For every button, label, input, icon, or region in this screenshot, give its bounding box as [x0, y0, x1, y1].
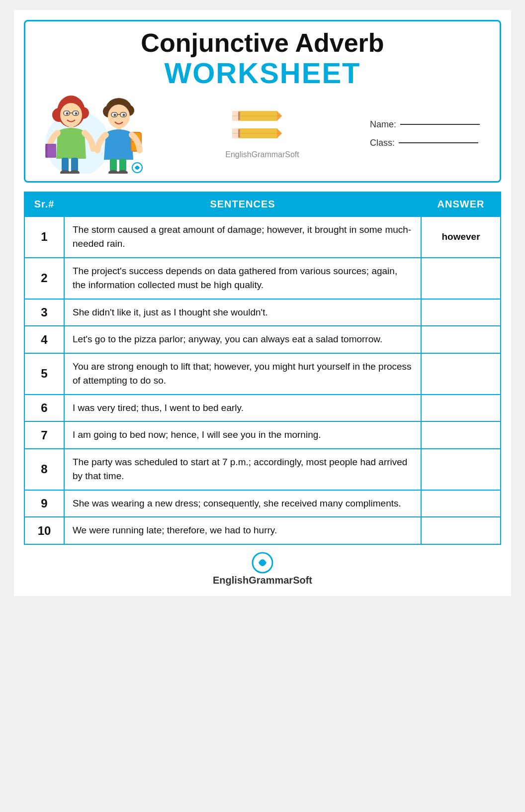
- table-row: 8The party was scheduled to start at 7 p…: [24, 449, 501, 490]
- table-row: 2The project's success depends on data g…: [24, 258, 501, 299]
- worksheet-table: Sr.# SENTENCES ANSWER 1The storm caused …: [24, 192, 501, 545]
- cell-sentence: I was very tired; thus, I went to bed ea…: [64, 395, 421, 422]
- cell-sr: 4: [24, 326, 64, 353]
- table-row: 1The storm caused a great amount of dama…: [24, 216, 501, 258]
- header-subtitle: WORKSHEET: [165, 57, 361, 89]
- class-field-line: Class:: [370, 138, 480, 148]
- cell-sr: 10: [24, 517, 64, 544]
- footer-brand: EnglishGrammarSoft: [213, 575, 312, 586]
- col-header-answer: ANSWER: [421, 192, 501, 216]
- table-row: 10We were running late; therefore, we ha…: [24, 517, 501, 544]
- name-label: Name:: [370, 119, 396, 130]
- header-center: EnglishGrammarSoft: [225, 108, 299, 159]
- header-body: EnglishGrammarSoft Name: Class:: [35, 94, 490, 174]
- cell-sentence: The project's success depends on data ga…: [64, 258, 421, 299]
- header-fields: Name: Class:: [370, 119, 490, 148]
- cell-answer: [421, 299, 501, 326]
- cell-sentence: Let's go to the pizza parlor; anyway, yo…: [64, 326, 421, 353]
- table-body: 1The storm caused a great amount of dama…: [24, 216, 501, 544]
- svg-rect-17: [71, 158, 78, 172]
- cell-sr: 2: [24, 258, 64, 299]
- pencil-container: [232, 108, 292, 141]
- cell-answer: [421, 449, 501, 490]
- svg-point-38: [118, 170, 128, 174]
- cell-sentence: The storm caused a great amount of damag…: [64, 216, 421, 258]
- cell-answer: [421, 517, 501, 544]
- svg-point-9: [75, 112, 78, 114]
- col-header-sentences: SENTENCES: [64, 192, 421, 216]
- table-row: 4Let's go to the pizza parlor; anyway, y…: [24, 326, 501, 353]
- svg-point-27: [123, 113, 125, 116]
- cell-answer: [421, 326, 501, 353]
- cell-sr: 9: [24, 490, 64, 517]
- footer: EnglishGrammarSoft: [24, 552, 501, 586]
- col-header-sr: Sr.#: [24, 192, 64, 216]
- cell-answer: [421, 421, 501, 449]
- svg-rect-35: [110, 159, 117, 172]
- cell-answer: however: [421, 216, 501, 258]
- brand-watermark: EnglishGrammarSoft: [225, 150, 299, 159]
- header-row: Sr.# SENTENCES ANSWER: [24, 192, 501, 216]
- class-underline: [399, 142, 478, 143]
- name-underline: [400, 124, 480, 125]
- svg-point-5: [60, 103, 82, 127]
- table-row: 9She was wearing a new dress; consequent…: [24, 490, 501, 517]
- cell-sr: 1: [24, 216, 64, 258]
- cell-sentence: We were running late; therefore, we had …: [64, 517, 421, 544]
- cell-sr: 8: [24, 449, 64, 490]
- svg-point-23: [108, 104, 130, 128]
- table-row: 5You are strong enough to lift that; how…: [24, 353, 501, 395]
- cell-answer: [421, 490, 501, 517]
- cell-answer: [421, 353, 501, 395]
- name-field-line: Name:: [370, 119, 480, 130]
- table-row: 3She didn't like it, just as I thought s…: [24, 299, 501, 326]
- cell-sentence: The party was scheduled to start at 7 p.…: [64, 449, 421, 490]
- cell-answer: [421, 258, 501, 299]
- cell-sentence: You are strong enough to lift that; howe…: [64, 353, 421, 395]
- svg-rect-15: [46, 144, 47, 158]
- svg-point-26: [114, 113, 116, 116]
- table-header: Sr.# SENTENCES ANSWER: [24, 192, 501, 216]
- cell-sentence: I am going to bed now; hence, I will see…: [64, 421, 421, 449]
- svg-rect-36: [119, 159, 126, 172]
- class-label: Class:: [370, 138, 395, 148]
- cell-sr: 7: [24, 421, 64, 449]
- table-row: 7I am going to bed now; hence, I will se…: [24, 421, 501, 449]
- kids-illustration: [35, 94, 155, 174]
- cell-sentence: She didn't like it, just as I thought sh…: [64, 299, 421, 326]
- cell-sr: 3: [24, 299, 64, 326]
- cell-sr: 6: [24, 395, 64, 422]
- cell-sentence: She was wearing a new dress; consequentl…: [64, 490, 421, 517]
- svg-point-8: [66, 112, 69, 114]
- cell-answer: [421, 395, 501, 422]
- table-row: 6I was very tired; thus, I went to bed e…: [24, 395, 501, 422]
- header-title: Conjunctive Adverb: [141, 29, 384, 57]
- page: Conjunctive Adverb WORKSHEET: [14, 10, 511, 596]
- cell-sr: 5: [24, 353, 64, 395]
- svg-rect-16: [62, 158, 69, 172]
- svg-point-37: [108, 170, 118, 174]
- header-box: Conjunctive Adverb WORKSHEET: [24, 20, 501, 183]
- footer-logo-icon: [252, 552, 273, 574]
